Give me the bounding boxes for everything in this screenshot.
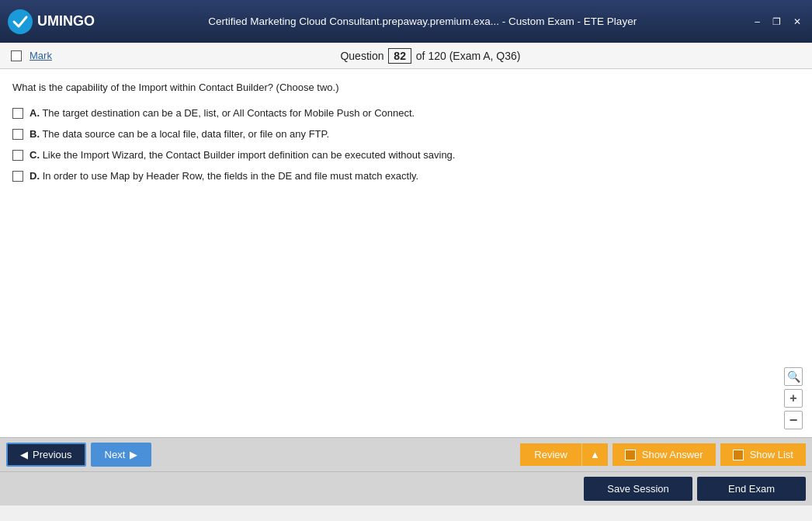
main-content: What is the capability of the Import wit… [0, 69, 812, 437]
search-button[interactable]: 🔍 [784, 367, 803, 386]
option-c: C. Like the Import Wizard, the Contact B… [12, 149, 800, 161]
search-icon: 🔍 [787, 370, 800, 383]
option-b-label: B. The data source can be a local file, … [29, 128, 329, 140]
zoom-out-icon: − [789, 412, 798, 429]
review-dropdown-button[interactable]: ▲ [581, 443, 608, 466]
previous-label: Previous [33, 449, 72, 460]
next-button[interactable]: Next ▶ [91, 443, 152, 467]
show-list-icon [733, 450, 744, 460]
zoom-out-button[interactable]: − [784, 411, 803, 429]
option-c-label: C. Like the Import Wizard, the Contact B… [29, 149, 455, 161]
review-chevron-icon: ▲ [590, 449, 600, 460]
option-d-label: D. In order to use Map by Header Row, th… [29, 170, 418, 182]
bottom-action: Save Session End Exam [0, 471, 812, 505]
option-a: A. The target destination can be a DE, l… [12, 107, 800, 119]
titlebar: UMINGO Certified Marketing Cloud Consult… [0, 0, 812, 43]
minimize-button[interactable]: – [750, 15, 765, 29]
show-answer-label: Show Answer [642, 449, 703, 460]
mark-checkbox[interactable] [11, 50, 22, 61]
next-label: Next [105, 449, 126, 460]
option-b: B. The data source can be a local file, … [12, 128, 800, 140]
option-b-text: The data source can be a local file, dat… [42, 128, 329, 140]
end-exam-button[interactable]: End Exam [697, 477, 806, 501]
prev-arrow-icon: ◀ [20, 449, 28, 460]
review-label: Review [534, 449, 567, 460]
bottom-nav: ◀ Previous Next ▶ Review ▲ Show Answer S… [0, 437, 812, 471]
window-controls: – ❐ ✕ [750, 15, 806, 29]
zoom-controls: 🔍 + − [784, 367, 803, 429]
question-text: What is the capability of the Import wit… [12, 82, 800, 93]
review-button[interactable]: Review [520, 443, 581, 466]
show-list-label: Show List [750, 449, 793, 460]
zoom-in-icon: + [789, 391, 796, 405]
svg-point-0 [8, 9, 33, 34]
option-a-label: A. The target destination can be a DE, l… [29, 107, 415, 119]
question-label: Question [340, 50, 383, 62]
question-info: Question 82 of 120 (Exam A, Q36) [60, 48, 801, 64]
option-a-text: The target destination can be a DE, list… [42, 107, 415, 119]
option-b-letter: B. [29, 128, 40, 140]
question-number: 82 [388, 48, 411, 64]
show-answer-icon [625, 450, 636, 460]
show-list-button[interactable]: Show List [720, 443, 806, 466]
vumingo-logo-icon [6, 8, 34, 36]
previous-button[interactable]: ◀ Previous [6, 443, 86, 467]
option-d-letter: D. [29, 170, 40, 182]
show-answer-button[interactable]: Show Answer [612, 443, 716, 466]
option-d-text: In order to use Map by Header Row, the f… [43, 170, 419, 182]
titlebar-title: Certified Marketing Cloud Consultant.pre… [95, 16, 750, 27]
review-group: Review ▲ [520, 443, 608, 466]
option-d-checkbox[interactable] [12, 171, 23, 182]
option-c-letter: C. [29, 149, 40, 161]
option-c-text: Like the Import Wizard, the Contact Buil… [43, 149, 456, 161]
close-button[interactable]: ✕ [789, 15, 806, 29]
zoom-in-button[interactable]: + [784, 389, 803, 408]
logo-text: UMINGO [37, 13, 95, 30]
markbar: Mark Question 82 of 120 (Exam A, Q36) [0, 43, 812, 69]
mark-label[interactable]: Mark [29, 50, 52, 61]
restore-button[interactable]: ❐ [768, 15, 786, 29]
option-c-checkbox[interactable] [12, 150, 23, 161]
option-b-checkbox[interactable] [12, 129, 23, 140]
question-total: of 120 (Exam A, Q36) [416, 50, 521, 62]
save-session-button[interactable]: Save Session [584, 477, 692, 501]
option-a-checkbox[interactable] [12, 108, 23, 119]
option-d: D. In order to use Map by Header Row, th… [12, 170, 800, 182]
next-arrow-icon: ▶ [130, 449, 137, 460]
option-a-letter: A. [29, 107, 40, 119]
logo: UMINGO [6, 8, 95, 36]
